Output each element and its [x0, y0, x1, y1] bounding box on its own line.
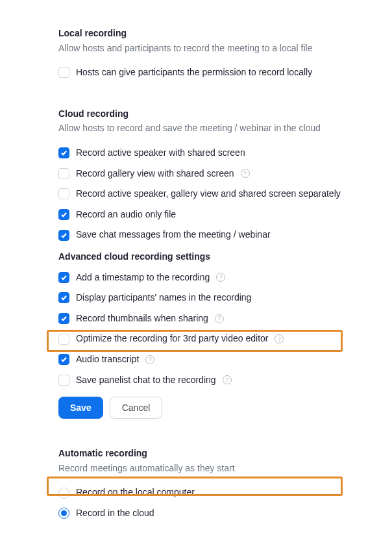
cloud-checkbox-record-gallery-view-with-shared-screen[interactable]	[58, 168, 69, 179]
cloud-adv-checkbox-save-panelist-chat-to-the-recording[interactable]	[58, 375, 69, 386]
help-icon[interactable]: ?	[216, 273, 225, 282]
cloud-label-record-an-audio-only-file: Record an audio only file	[76, 208, 176, 221]
local-recording-title: Local recording	[58, 27, 360, 40]
auto-label-record-in-the-cloud: Record in the cloud	[76, 507, 154, 520]
cloud-adv-checkbox-audio-transcript[interactable]	[58, 354, 69, 365]
cloud-option-record-gallery-view-with-shared-screen: Record gallery view with shared screen?	[58, 167, 360, 180]
settings-page: Local recording Allow hosts and particip…	[0, 0, 392, 533]
cloud-adv-option-save-panelist-chat-to-the-recording: Save panelist chat to the recording?	[58, 374, 360, 387]
local-checkbox-hosts-can-give-participants-the-permission-to-record-locally[interactable]	[58, 67, 69, 78]
advanced-cloud-title: Advanced cloud recording settings	[58, 251, 360, 264]
cloud-adv-label-record-thumbnails-when-sharing: Record thumbnails when sharing	[76, 312, 208, 325]
auto-option-record-in-the-cloud: Record in the cloud	[58, 507, 360, 520]
auto-label-record-on-the-local-computer: Record on the local computer	[76, 486, 195, 499]
cloud-adv-label-optimize-the-recording-for-3rd-party-video-editor: Optimize the recording for 3rd party vid…	[76, 332, 268, 345]
cloud-checkbox-record-active-speaker-with-shared-screen[interactable]	[58, 147, 69, 158]
auto-radio-record-on-the-local-computer[interactable]	[58, 488, 69, 499]
auto-option-record-on-the-local-computer: Record on the local computer	[58, 486, 360, 499]
cloud-adv-checkbox-optimize-the-recording-for-3rd-party-video-editor[interactable]	[58, 334, 69, 345]
cloud-checkbox-save-chat-messages-from-the-meeting-webinar[interactable]	[58, 230, 69, 241]
cloud-adv-checkbox-display-participants-names-in-the-recording[interactable]	[58, 292, 69, 303]
local-label-hosts-can-give-participants-the-permission-to-record-locally: Hosts can give participants the permissi…	[76, 66, 312, 79]
help-icon[interactable]: ?	[223, 375, 232, 384]
cloud-option-save-chat-messages-from-the-meeting-webinar: Save chat messages from the meeting / we…	[58, 229, 360, 242]
automatic-recording-section: Automatic recording Record meetings auto…	[58, 447, 360, 519]
cloud-checkbox-record-an-audio-only-file[interactable]	[58, 209, 69, 220]
cloud-adv-option-optimize-the-recording-for-3rd-party-video-editor: Optimize the recording for 3rd party vid…	[58, 332, 360, 345]
cloud-recording-actions: Save Cancel	[58, 397, 360, 419]
cloud-adv-checkbox-record-thumbnails-when-sharing[interactable]	[58, 313, 69, 324]
help-icon[interactable]: ?	[275, 334, 284, 343]
automatic-recording-desc: Record meetings automatically as they st…	[58, 462, 360, 475]
cloud-label-save-chat-messages-from-the-meeting-webinar: Save chat messages from the meeting / we…	[76, 229, 271, 242]
cloud-adv-label-audio-transcript: Audio transcript	[76, 353, 139, 366]
local-recording-desc: Allow hosts and participants to record t…	[58, 42, 360, 55]
help-icon[interactable]: ?	[241, 169, 250, 178]
cloud-option-record-active-speaker-with-shared-screen: Record active speaker with shared screen	[58, 147, 360, 160]
cloud-recording-desc: Allow hosts to record and save the meeti…	[58, 122, 360, 135]
cloud-option-record-an-audio-only-file: Record an audio only file	[58, 208, 360, 221]
cancel-button[interactable]: Cancel	[110, 397, 163, 419]
local-option-hosts-can-give-participants-the-permission-to-record-locally: Hosts can give participants the permissi…	[58, 66, 360, 79]
cloud-adv-label-save-panelist-chat-to-the-recording: Save panelist chat to the recording	[76, 374, 216, 387]
save-button[interactable]: Save	[58, 397, 103, 419]
cloud-label-record-gallery-view-with-shared-screen: Record gallery view with shared screen	[76, 167, 234, 180]
cloud-adv-label-display-participants-names-in-the-recording: Display participants' names in the recor…	[76, 291, 251, 304]
cloud-option-record-active-speaker-gallery-view-and-shared-screen-separately: Record active speaker, gallery view and …	[58, 188, 360, 201]
cloud-recording-section: Cloud recording Allow hosts to record an…	[58, 108, 360, 419]
cloud-recording-title: Cloud recording	[58, 108, 360, 121]
cloud-adv-option-record-thumbnails-when-sharing: Record thumbnails when sharing?	[58, 312, 360, 325]
local-recording-section: Local recording Allow hosts and particip…	[58, 27, 360, 79]
cloud-checkbox-record-active-speaker-gallery-view-and-shared-screen-separately[interactable]	[58, 188, 69, 199]
auto-radio-record-in-the-cloud[interactable]	[58, 508, 69, 519]
cloud-adv-option-display-participants-names-in-the-recording: Display participants' names in the recor…	[58, 291, 360, 304]
cloud-adv-option-add-a-timestamp-to-the-recording: Add a timestamp to the recording?	[58, 271, 360, 284]
cloud-label-record-active-speaker-gallery-view-and-shared-screen-separately: Record active speaker, gallery view and …	[76, 188, 341, 201]
automatic-recording-title: Automatic recording	[58, 447, 360, 460]
help-icon[interactable]: ?	[215, 314, 224, 323]
cloud-adv-label-add-a-timestamp-to-the-recording: Add a timestamp to the recording	[76, 271, 210, 284]
help-icon[interactable]: ?	[145, 355, 154, 364]
cloud-label-record-active-speaker-with-shared-screen: Record active speaker with shared screen	[76, 147, 245, 160]
cloud-adv-checkbox-add-a-timestamp-to-the-recording[interactable]	[58, 272, 69, 283]
cloud-adv-option-audio-transcript: Audio transcript?	[58, 353, 360, 366]
